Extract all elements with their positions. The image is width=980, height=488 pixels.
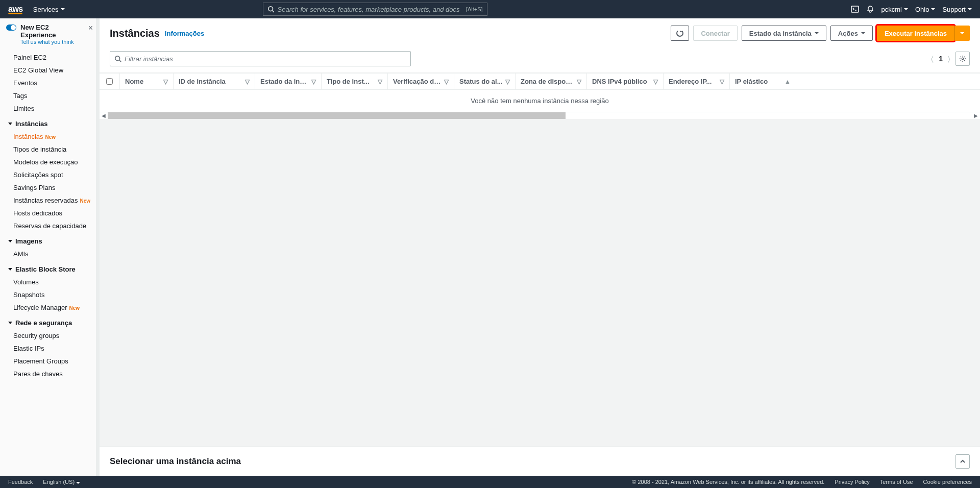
sidebar-item[interactable]: AMIs <box>0 248 99 260</box>
new-badge: New <box>69 305 80 311</box>
terms-link[interactable]: Terms of Use <box>880 479 913 485</box>
svg-line-4 <box>119 60 121 62</box>
sidebar-item[interactable]: Solicitações spot <box>0 168 99 181</box>
sidebar-item[interactable]: InstânciasNew <box>0 130 99 143</box>
privacy-link[interactable]: Privacy Policy <box>835 479 869 485</box>
new-badge: New <box>80 198 90 204</box>
launch-instances-button[interactable]: Executar instâncias <box>877 26 954 41</box>
refresh-icon <box>676 30 683 37</box>
cookies-link[interactable]: Cookie preferences <box>923 479 972 485</box>
caret-down-icon <box>960 32 964 34</box>
info-link[interactable]: Informações <box>165 30 204 37</box>
caret-down-icon <box>61 8 65 10</box>
services-menu[interactable]: Services <box>29 6 69 13</box>
search-icon <box>114 55 121 62</box>
experience-feedback-link[interactable]: Tell us what you think <box>20 39 84 45</box>
feedback-link[interactable]: Feedback <box>8 479 33 485</box>
column-header[interactable]: Estado da inst...▽ <box>255 74 322 89</box>
column-header[interactable]: Tipo de inst...▽ <box>322 74 388 89</box>
sidebar-item[interactable]: Instâncias reservadasNew <box>0 194 99 207</box>
column-header[interactable]: IP elástico▲ <box>730 74 796 89</box>
sidebar-item[interactable]: Placement Groups <box>0 355 99 368</box>
column-header[interactable]: Zona de dispon...▽ <box>516 74 587 89</box>
sidebar-scrollbar[interactable] <box>96 18 99 476</box>
sort-icon: ▽ <box>720 78 724 85</box>
global-search-input[interactable] <box>278 6 466 13</box>
experience-title: New EC2 Experience <box>20 23 84 39</box>
column-label: IP elástico <box>735 78 768 85</box>
sidebar-item[interactable]: Security groups <box>0 329 99 342</box>
sidebar-group[interactable]: Instâncias <box>0 115 99 130</box>
support-menu[interactable]: Support <box>942 6 972 13</box>
close-icon[interactable]: × <box>88 23 93 33</box>
sidebar-group[interactable]: Elastic Block Store <box>0 260 99 276</box>
sidebar-item[interactable]: Elastic IPs <box>0 342 99 355</box>
sidebar-item[interactable]: Tags <box>0 89 99 102</box>
instances-table: Nome▽ID de instância▽Estado da inst...▽T… <box>100 73 980 119</box>
refresh-button[interactable] <box>671 26 689 41</box>
sidebar-item[interactable]: EC2 Global View <box>0 64 99 77</box>
instance-state-label: Estado da instância <box>749 30 812 37</box>
sidebar-item[interactable]: Savings Plans <box>0 181 99 194</box>
filter-instances[interactable] <box>110 51 411 66</box>
account-menu[interactable]: pckcml <box>881 6 908 13</box>
caret-down-icon <box>861 32 865 34</box>
sidebar-item[interactable]: Eventos <box>0 77 99 89</box>
search-icon <box>267 6 275 13</box>
next-page[interactable]: 〉 <box>948 55 950 63</box>
sidebar-item[interactable]: Snapshots <box>0 288 99 301</box>
page-title: Instâncias <box>110 28 160 39</box>
column-header[interactable]: Status do al...▽ <box>454 74 516 89</box>
svg-point-3 <box>115 56 120 61</box>
gear-icon <box>959 55 966 62</box>
sidebar-item[interactable]: Limites <box>0 102 99 115</box>
instance-state-button[interactable]: Estado da instância <box>742 26 826 41</box>
notifications-icon[interactable] <box>866 5 874 13</box>
sidebar-item[interactable]: Hosts dedicados <box>0 207 99 219</box>
search-shortcut: [Alt+S] <box>466 6 483 12</box>
caret-down-icon <box>968 8 972 10</box>
cloudshell-icon[interactable] <box>851 5 859 13</box>
column-label: Zona de dispon... <box>521 78 575 85</box>
column-checkbox <box>100 74 120 89</box>
region-menu[interactable]: Ohio <box>915 6 935 13</box>
sort-icon: ▽ <box>653 78 658 85</box>
sidebar-item[interactable]: Painel EC2 <box>0 51 99 64</box>
column-label: Status do al... <box>459 78 503 85</box>
page-number: 1 <box>939 55 943 63</box>
sidebar-group[interactable]: Rede e segurança <box>0 314 99 329</box>
column-label: Verificação de s... <box>393 78 442 85</box>
sidebar-item[interactable]: Pares de chaves <box>0 368 99 380</box>
column-header[interactable]: ID de instância▽ <box>174 74 255 89</box>
collapse-panel-button[interactable] <box>955 454 970 469</box>
actions-button[interactable]: Ações <box>830 26 873 41</box>
svg-rect-2 <box>851 6 859 12</box>
column-header[interactable]: Nome▽ <box>120 74 174 89</box>
horizontal-scrollbar[interactable]: ◀ ▶ <box>100 112 980 119</box>
sidebar-item[interactable]: Modelos de execução <box>0 156 99 168</box>
column-header[interactable]: Verificação de s...▽ <box>388 74 454 89</box>
global-search[interactable]: [Alt+S] <box>263 3 487 16</box>
sidebar-item[interactable]: Tipos de instância <box>0 143 99 156</box>
region-label: Ohio <box>915 6 929 13</box>
sort-icon: ▽ <box>577 78 581 85</box>
column-label: Tipo de inst... <box>327 78 370 85</box>
filter-input[interactable] <box>125 55 406 63</box>
table-settings-button[interactable] <box>955 52 970 66</box>
launch-instances-dropdown[interactable] <box>954 26 970 41</box>
sidebar-item[interactable]: Volumes <box>0 276 99 288</box>
sidebar-group[interactable]: Imagens <box>0 232 99 248</box>
page-header: Instâncias Informações Conectar Estado d… <box>100 18 980 73</box>
prev-page[interactable]: 〈 <box>931 55 934 63</box>
aws-logo[interactable]: aws <box>8 5 23 14</box>
caret-down-icon <box>815 32 819 34</box>
experience-toggle[interactable] <box>6 25 16 31</box>
column-header[interactable]: Endereço IP...▽ <box>664 74 730 89</box>
footer: Feedback English (US) © 2008 - 2021, Ama… <box>0 476 980 488</box>
column-label: ID de instância <box>179 78 226 85</box>
select-all-checkbox[interactable] <box>106 78 113 85</box>
sidebar-item[interactable]: Lifecycle ManagerNew <box>0 301 99 314</box>
sidebar-item[interactable]: Reservas de capacidade <box>0 219 99 232</box>
language-selector[interactable]: English (US) <box>43 479 80 485</box>
column-header[interactable]: DNS IPv4 público▽ <box>587 74 664 89</box>
